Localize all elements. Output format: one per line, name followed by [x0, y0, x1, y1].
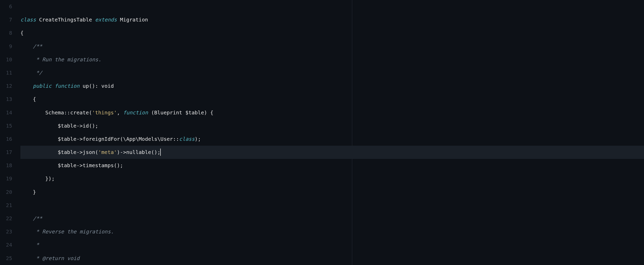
- code-line[interactable]: $table->json('meta')->nullable();: [20, 146, 644, 159]
- code-token: $table->json(: [20, 149, 98, 155]
- line-number: 25: [0, 252, 19, 265]
- line-number: 8: [0, 26, 19, 40]
- code-token: extends: [95, 17, 117, 23]
- code-token: function: [55, 83, 79, 89]
- code-token: public: [33, 83, 51, 89]
- line-number: 16: [0, 132, 19, 146]
- line-number: 20: [0, 186, 19, 199]
- code-line[interactable]: * Run the migrations.: [20, 53, 644, 66]
- code-token: [20, 255, 36, 261]
- code-token: $table->id();: [20, 123, 98, 129]
- code-token: [20, 70, 36, 76]
- line-number: 14: [0, 106, 19, 119]
- line-number: 11: [0, 66, 19, 79]
- code-token: 'things': [92, 109, 117, 116]
- code-token: Schema::create(: [20, 109, 92, 116]
- code-token: [20, 215, 33, 222]
- line-number: 13: [0, 93, 19, 106]
- code-token: CreateThingsTable: [36, 17, 95, 23]
- text-cursor: [160, 149, 161, 156]
- code-line[interactable]: class CreateThingsTable extends Migratio…: [20, 13, 644, 26]
- code-line[interactable]: */: [20, 66, 644, 79]
- code-token: /**: [33, 215, 42, 222]
- code-token: });: [20, 175, 55, 182]
- code-token: * Run the migrations.: [36, 56, 101, 63]
- code-line[interactable]: });: [20, 172, 644, 185]
- code-line[interactable]: * @return void: [20, 252, 644, 265]
- code-token: $table->foreignIdFor(\App\Models\User::: [20, 136, 179, 142]
- code-line[interactable]: $table->foreignIdFor(\App\Models\User::c…: [20, 132, 644, 146]
- code-line[interactable]: [20, 0, 644, 13]
- code-token: [20, 56, 36, 63]
- line-number: 10: [0, 53, 19, 66]
- code-token: */: [36, 70, 42, 76]
- code-token: [20, 43, 33, 49]
- code-area[interactable]: class CreateThingsTable extends Migratio…: [19, 0, 644, 265]
- line-number: 22: [0, 212, 19, 225]
- code-line[interactable]: /**: [20, 40, 644, 53]
- code-token: * @return: [36, 255, 67, 261]
- line-number: 17: [0, 146, 19, 159]
- code-token: [20, 229, 36, 235]
- code-line[interactable]: {: [20, 93, 644, 106]
- code-line[interactable]: {: [20, 26, 644, 40]
- code-line[interactable]: *: [20, 238, 644, 252]
- code-token: )->nullable();: [117, 149, 160, 155]
- code-token: * Reverse the migrations.: [36, 229, 114, 235]
- code-token: {: [20, 96, 36, 102]
- code-token: ,: [117, 109, 123, 116]
- code-token: 'meta': [98, 149, 117, 155]
- code-token: *: [36, 242, 39, 248]
- code-token: up(): void: [80, 83, 114, 89]
- line-number: 12: [0, 79, 19, 93]
- line-number: 19: [0, 172, 19, 185]
- line-number-gutter: 678910111213141516171819202122232425: [0, 0, 19, 265]
- code-token: {: [20, 30, 24, 36]
- code-line[interactable]: * Reverse the migrations.: [20, 225, 644, 238]
- code-token: class: [20, 17, 36, 23]
- code-token: (Blueprint $table) {: [148, 109, 213, 116]
- line-number: 18: [0, 159, 19, 172]
- code-token: }: [20, 189, 36, 195]
- code-token: $table->timestamps();: [20, 162, 123, 168]
- line-number: 7: [0, 13, 19, 26]
- code-line[interactable]: $table->id();: [20, 119, 644, 132]
- code-line[interactable]: public function up(): void: [20, 79, 644, 93]
- line-number: 6: [0, 0, 19, 13]
- line-number: 23: [0, 225, 19, 238]
- code-token: void: [67, 255, 80, 261]
- code-token: function: [123, 109, 148, 116]
- code-token: class: [179, 136, 195, 142]
- line-number: 24: [0, 238, 19, 252]
- line-number: 15: [0, 119, 19, 132]
- code-line[interactable]: $table->timestamps();: [20, 159, 644, 172]
- code-token: [51, 83, 55, 89]
- code-line[interactable]: Schema::create('things', function (Bluep…: [20, 106, 644, 119]
- line-number: 21: [0, 199, 19, 212]
- code-line[interactable]: }: [20, 186, 644, 199]
- code-token: /**: [33, 43, 42, 49]
- code-line[interactable]: [20, 199, 644, 212]
- code-token: Migration: [117, 17, 148, 23]
- code-line[interactable]: /**: [20, 212, 644, 225]
- code-token: );: [195, 136, 201, 142]
- line-number: 9: [0, 40, 19, 53]
- code-token: [20, 242, 36, 248]
- code-token: [20, 83, 33, 89]
- code-editor[interactable]: 678910111213141516171819202122232425 cla…: [0, 0, 644, 265]
